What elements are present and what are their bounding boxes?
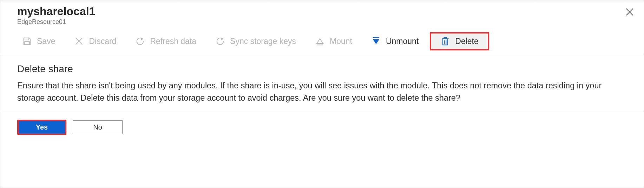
refresh-label: Refresh data (150, 37, 196, 46)
mount-button: Mount (309, 34, 359, 48)
delete-button[interactable]: Delete (430, 32, 489, 50)
page-title: mysharelocal1 (17, 5, 627, 18)
dialog-actions: Yes No (0, 111, 644, 143)
delete-icon (440, 36, 450, 46)
mount-label: Mount (330, 37, 352, 46)
discard-button: Discard (68, 34, 123, 48)
discard-label: Discard (89, 37, 116, 46)
dialog-title: Delete share (17, 63, 627, 75)
blade-header: mysharelocal1 EdgeResource01 (0, 0, 644, 29)
save-button: Save (16, 34, 61, 48)
discard-icon (74, 36, 84, 46)
unmount-label: Unmount (386, 37, 419, 46)
save-icon (22, 36, 32, 46)
close-icon (625, 7, 635, 18)
command-bar: Save Discard Refresh data Sync storage k… (0, 29, 644, 54)
refresh-icon (135, 36, 145, 46)
sync-button: Sync storage keys (209, 34, 302, 48)
mount-icon (315, 36, 325, 46)
sync-label: Sync storage keys (230, 37, 296, 46)
sync-icon (215, 36, 225, 46)
dialog-body: Ensure that the share isn't being used b… (17, 80, 627, 105)
yes-highlight: Yes (17, 120, 66, 135)
delete-label: Delete (455, 37, 478, 46)
dialog-content: Delete share Ensure that the share isn't… (0, 54, 644, 111)
refresh-button: Refresh data (129, 34, 203, 48)
unmount-icon (371, 36, 381, 46)
close-button[interactable] (624, 7, 635, 18)
page-subtitle: EdgeResource01 (17, 18, 627, 26)
yes-button[interactable]: Yes (19, 121, 65, 133)
no-button[interactable]: No (73, 120, 123, 134)
save-label: Save (37, 37, 55, 46)
unmount-button[interactable]: Unmount (365, 34, 425, 48)
